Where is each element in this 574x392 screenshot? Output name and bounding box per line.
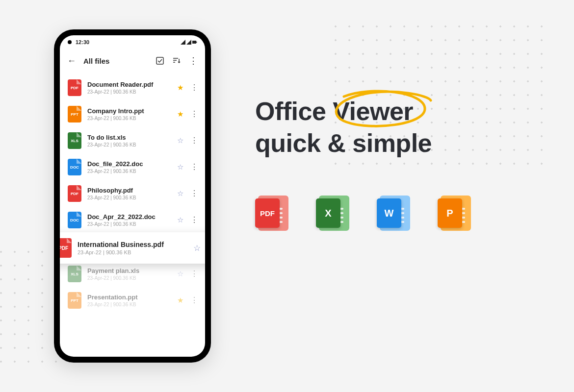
file-meta: 23-Apr-22 | 900.36 KB <box>87 302 170 307</box>
file-row[interactable]: XLSTo do list.xls23-Apr-22 | 900.36 KB☆⋮ <box>60 127 205 154</box>
file-name: Payment plan.xls <box>87 267 170 274</box>
file-name: Presentation.ppt <box>87 294 170 301</box>
file-info: International Business.pdf23-Apr-22 | 90… <box>78 241 186 255</box>
ppt-format-icon: P <box>438 194 477 233</box>
row-overflow-button[interactable]: ⋮ <box>190 296 197 304</box>
star-button[interactable]: ☆ <box>176 136 184 145</box>
arrow-left-icon: ← <box>67 56 76 65</box>
clock-label: 12:30 <box>76 39 89 45</box>
star-button[interactable]: ★ <box>176 83 184 92</box>
pdf-file-icon: PDF <box>60 238 72 258</box>
phone-frame: 12:30 ← All files ⋮ PDFDocument Reader.p… <box>54 29 211 363</box>
row-overflow-button[interactable]: ⋮ <box>190 163 197 171</box>
file-meta: 23-Apr-22 | 900.36 KB <box>87 116 170 121</box>
file-info: Philosophy.pdf23-Apr-22 | 900.36 KB <box>87 187 170 200</box>
star-button[interactable]: ★ <box>176 110 184 119</box>
file-meta: 23-Apr-22 | 900.36 KB <box>78 249 186 255</box>
row-overflow-button[interactable]: ⋮ <box>190 216 197 224</box>
headline: Office Viewer quick & simple <box>255 96 549 159</box>
wifi-icon <box>181 40 185 45</box>
file-info: Doc_Apr_22_2022.doc23-Apr-22 | 900.36 KB <box>87 213 170 227</box>
row-overflow-button[interactable]: ⋮ <box>190 84 197 92</box>
star-button[interactable]: ☆ <box>176 189 184 198</box>
doc-format-icon: W <box>377 194 416 233</box>
file-name: Doc_Apr_22_2022.doc <box>87 213 170 220</box>
xls-file-icon: XLS <box>68 266 81 282</box>
row-overflow-button[interactable]: ⋮ <box>190 190 197 197</box>
signal-icon <box>186 40 191 45</box>
back-button[interactable]: ← <box>67 56 77 66</box>
file-info: Payment plan.xls23-Apr-22 | 900.36 KB <box>87 267 170 281</box>
svg-rect-1 <box>196 42 197 43</box>
headline-word-1: Office <box>255 97 326 125</box>
sort-button[interactable] <box>172 56 182 66</box>
headline-word-2: Viewer <box>333 97 413 125</box>
promo-panel: Office Viewer quick & simple PDF X W P <box>255 96 549 233</box>
status-icons <box>181 40 197 45</box>
more-vertical-icon: ⋮ <box>189 56 198 65</box>
file-row-highlighted[interactable]: PDFInternational Business.pdf23-Apr-22 |… <box>60 232 205 264</box>
select-button[interactable] <box>155 56 165 66</box>
file-name: Philosophy.pdf <box>87 187 170 194</box>
file-info: Doc_file_2022.doc23-Apr-22 | 900.36 KB <box>87 160 170 174</box>
file-name: International Business.pdf <box>78 241 186 248</box>
star-button[interactable]: ★ <box>176 296 184 305</box>
file-row[interactable]: PDFDocument Reader.pdf23-Apr-22 | 900.36… <box>60 74 205 101</box>
file-meta: 23-Apr-22 | 900.36 KB <box>87 195 170 200</box>
file-list[interactable]: PDFDocument Reader.pdf23-Apr-22 | 900.36… <box>60 73 205 357</box>
doc-file-icon: DOC <box>68 159 81 175</box>
file-name: To do list.xls <box>87 134 170 141</box>
doc-file-icon: DOC <box>68 212 81 228</box>
file-meta: 23-Apr-22 | 900.36 KB <box>87 142 170 147</box>
ppt-file-icon: PPT <box>68 292 81 309</box>
file-meta: 23-Apr-22 | 900.36 KB <box>87 275 170 281</box>
file-info: Company Intro.ppt23-Apr-22 | 900.36 KB <box>87 107 170 121</box>
row-overflow-button[interactable]: ⋮ <box>190 110 197 118</box>
ppt-file-icon: PPT <box>68 106 81 122</box>
file-row[interactable]: PDFPhilosophy.pdf23-Apr-22 | 900.36 KB☆⋮ <box>60 180 205 207</box>
pdf-format-icon: PDF <box>255 194 294 233</box>
file-info: Presentation.ppt23-Apr-22 | 900.36 KB <box>87 294 170 307</box>
pdf-file-icon: PDF <box>68 79 81 96</box>
file-name: Company Intro.ppt <box>87 107 170 115</box>
file-row[interactable]: XLSPayment plan.xls23-Apr-22 | 900.36 KB… <box>60 261 205 287</box>
sort-icon <box>172 56 181 65</box>
file-info: To do list.xls23-Apr-22 | 900.36 KB <box>87 134 170 147</box>
headline-line-2: quick & simple <box>255 129 432 157</box>
format-icon-row: PDF X W P <box>255 194 549 233</box>
file-info: Document Reader.pdf23-Apr-22 | 900.36 KB <box>87 81 170 95</box>
svg-rect-2 <box>157 57 163 64</box>
file-row[interactable]: DOCDoc_file_2022.doc23-Apr-22 | 900.36 K… <box>60 154 205 180</box>
pdf-file-icon: PDF <box>68 185 81 202</box>
row-overflow-button[interactable]: ⋮ <box>190 137 197 145</box>
star-button[interactable]: ☆ <box>176 270 184 278</box>
overflow-menu-button[interactable]: ⋮ <box>188 56 198 66</box>
star-button[interactable]: ☆ <box>176 216 184 224</box>
camera-dot-icon <box>68 40 72 44</box>
file-name: Doc_file_2022.doc <box>87 160 170 168</box>
file-meta: 23-Apr-22 | 900.36 KB <box>87 169 170 174</box>
status-bar: 12:30 <box>60 35 205 49</box>
file-row[interactable]: PPTCompany Intro.ppt23-Apr-22 | 900.36 K… <box>60 101 205 127</box>
toolbar: ← All files ⋮ <box>60 49 205 73</box>
svg-rect-0 <box>192 41 196 44</box>
file-row[interactable]: DOCDoc_Apr_22_2022.doc23-Apr-22 | 900.36… <box>60 207 205 233</box>
xls-file-icon: XLS <box>68 132 81 149</box>
file-meta: 23-Apr-22 | 900.36 KB <box>87 89 170 95</box>
toolbar-title: All files <box>83 57 148 65</box>
xls-format-icon: X <box>316 194 355 233</box>
file-row[interactable]: PPTPresentation.ppt23-Apr-22 | 900.36 KB… <box>60 287 205 314</box>
checkbox-icon <box>156 56 164 65</box>
row-overflow-button[interactable]: ⋮ <box>190 270 197 278</box>
phone-screen: 12:30 ← All files ⋮ PDFDocument Reader.p… <box>60 35 205 357</box>
file-meta: 23-Apr-22 | 900.36 KB <box>87 221 170 227</box>
star-button[interactable]: ☆ <box>192 243 201 253</box>
battery-icon <box>192 40 197 45</box>
star-button[interactable]: ☆ <box>176 163 184 172</box>
file-name: Document Reader.pdf <box>87 81 170 88</box>
